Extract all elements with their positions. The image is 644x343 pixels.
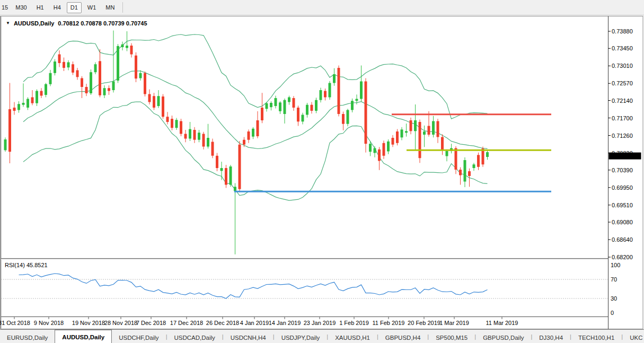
candle-body — [473, 164, 475, 168]
candle-body — [216, 156, 218, 168]
candle-body — [288, 98, 290, 102]
candle-body — [139, 73, 142, 78]
chevron-down-icon[interactable]: ▼ — [6, 21, 10, 25]
candle-body — [58, 55, 61, 64]
candle-body — [27, 99, 29, 108]
timeframe-button-w1[interactable]: W1 — [84, 2, 100, 13]
price-label: 0.69510 — [612, 202, 633, 208]
tab-ukc[interactable]: UKC — [623, 331, 644, 343]
chart-canvas[interactable]: 0.738800.734500.730100.725700.721400.717… — [0, 0, 644, 329]
candle-body — [90, 72, 92, 93]
tab-gbpusd-daily[interactable]: GBPUSD,Daily — [476, 331, 531, 343]
chart-symbol-label: AUDUSD,Daily — [14, 20, 54, 27]
candle-body — [266, 103, 268, 109]
candle-body — [401, 129, 403, 137]
timeframe-button-15[interactable]: 15 — [0, 2, 10, 13]
candle-body — [311, 105, 313, 111]
date-label: 7 Dec 2018 — [136, 320, 166, 326]
price-label: 0.73450 — [612, 45, 633, 51]
tab-eurusd-daily[interactable]: EURUSD,Daily — [0, 331, 55, 343]
tab-usdcad-daily[interactable]: USDCAD,Daily — [167, 331, 222, 343]
candle-body — [243, 140, 245, 145]
bollinger-lower-band — [23, 102, 488, 200]
timeframe-button-h4[interactable]: H4 — [50, 2, 65, 13]
candle-body — [148, 94, 151, 102]
timeframe-button-d1[interactable]: D1 — [67, 2, 82, 13]
candle-body — [396, 131, 399, 143]
candle-body — [486, 152, 489, 157]
bollinger-bands — [23, 34, 488, 200]
tab-xauusd-h1[interactable]: XAUUSD,H1 — [328, 331, 377, 343]
candle-body — [392, 138, 394, 145]
rsi-series — [19, 274, 488, 298]
tab-sp500-m15[interactable]: SP500,M15 — [429, 331, 474, 343]
candle-body — [189, 129, 191, 139]
candle-body — [432, 121, 435, 135]
price-label: 0.72570 — [612, 80, 633, 86]
candle-body — [356, 99, 358, 101]
date-label: 11 Mar 2019 — [486, 320, 518, 326]
candle-body — [261, 108, 263, 120]
tab-tech100-h1[interactable]: TECH100,H1 — [571, 331, 621, 343]
date-label: 31 Oct 2018 — [0, 320, 30, 326]
timeframe-button-m30[interactable]: M30 — [12, 2, 30, 13]
candle-body — [171, 119, 173, 128]
date-label: 9 Nov 2018 — [34, 320, 64, 326]
rsi-line — [19, 274, 488, 298]
tab-audusd-daily[interactable]: AUDUSD,Daily — [55, 330, 112, 343]
candle-body — [211, 142, 214, 156]
candle-body — [374, 148, 376, 153]
price-label: 0.70390 — [612, 167, 633, 173]
candle-body — [252, 129, 254, 137]
candle-body — [22, 103, 25, 105]
candle-body — [157, 96, 160, 106]
tab-usdcnh-h4[interactable]: USDCNH,H4 — [224, 331, 273, 343]
date-label: 4 Jan 2019 — [240, 320, 269, 326]
tab-usdjpy-daily[interactable]: USDJPY,Daily — [275, 331, 327, 343]
candle-body — [410, 120, 412, 131]
horizontal-lines — [234, 115, 551, 191]
candle-body — [117, 46, 119, 81]
candle-body — [207, 138, 209, 147]
candle-body — [324, 91, 327, 98]
timeframe-button-group: 15M30H1H4D1W1MN — [0, 2, 119, 13]
candle-body — [94, 64, 97, 72]
rsi-scale-label: 70 — [611, 276, 617, 283]
candle-body — [99, 61, 101, 95]
candle-body — [387, 142, 390, 152]
candle-body — [85, 87, 88, 93]
date-label: 17 Dec 2018 — [170, 320, 203, 326]
timeframe-button-mn[interactable]: MN — [102, 2, 118, 13]
date-label: 19 Nov 2018 — [72, 320, 105, 326]
candle-body — [459, 170, 462, 175]
candle-body — [446, 151, 448, 156]
candle-body — [193, 130, 196, 140]
rsi-scale-label: 30 — [611, 295, 617, 302]
candle-body — [405, 131, 408, 133]
candle-body — [297, 108, 299, 121]
date-label: 1 Mar 2019 — [439, 320, 469, 326]
timeframe-button-h1[interactable]: H1 — [33, 2, 48, 13]
bollinger-upper-band — [23, 34, 488, 119]
candle-body — [302, 115, 304, 122]
tab-gbpusd-h4[interactable]: GBPUSD,H4 — [378, 331, 427, 343]
candle-body — [315, 100, 317, 111]
price-label: 0.68640 — [612, 236, 633, 243]
candle-body — [306, 105, 308, 115]
candle-body — [81, 78, 83, 87]
candle-body — [166, 117, 169, 122]
candle-body — [284, 100, 286, 114]
candle-body — [40, 91, 43, 96]
candle-body — [63, 62, 65, 68]
tab-usdchf-daily[interactable]: USDCHF,Daily — [112, 331, 165, 343]
tab-dj30-h4[interactable]: DJ30,H4 — [532, 331, 570, 343]
candle-body — [184, 134, 187, 139]
candle-body — [437, 121, 439, 137]
candle-body — [468, 171, 471, 176]
candle-body — [293, 98, 295, 108]
candle-body — [31, 98, 34, 103]
candle-body — [144, 73, 146, 94]
candle-body — [198, 133, 200, 140]
candle-body — [108, 88, 110, 91]
candle-body — [329, 83, 331, 98]
